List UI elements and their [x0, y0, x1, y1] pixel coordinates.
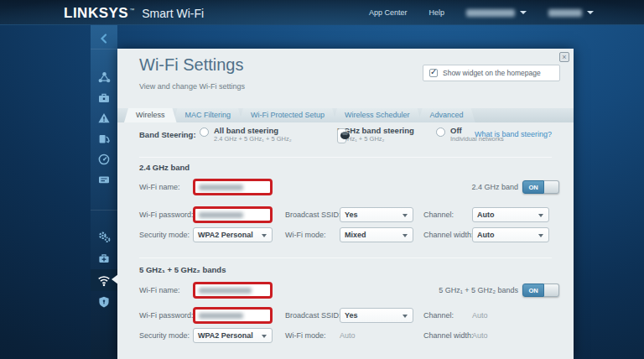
troubleshooting-toolbox-icon: [97, 252, 111, 265]
wifi-name-input-24[interactable]: [193, 179, 273, 195]
tab-advanced[interactable]: Advanced: [418, 108, 475, 122]
close-icon[interactable]: ×: [559, 52, 569, 62]
security-mode-label: Security mode:: [139, 226, 190, 243]
wifi-name-row-5: Wi-Fi name: 5 GHz₁ + 5 GHz₂ bands ON: [117, 282, 574, 299]
channel-width-value-5: Auto: [472, 327, 488, 344]
wifi-password-input-5[interactable]: [193, 307, 273, 324]
sidebar-item-media-prioritization[interactable]: [91, 129, 117, 149]
security-mode-select-24[interactable]: WPA2 Personal: [193, 227, 273, 242]
help-link[interactable]: Help: [428, 8, 444, 17]
sidebar-item-connectivity[interactable]: [91, 226, 117, 247]
radio-all-band-steering[interactable]: All band steering 2.4 GHz + 5 GHz₁ + 5 G…: [200, 126, 292, 143]
channel-select-24[interactable]: Auto: [472, 207, 549, 222]
devices-icon: [97, 91, 111, 105]
router-name-dropdown[interactable]: [466, 9, 527, 17]
channel-width-label: Channel width:: [423, 327, 474, 344]
toggle-knob[interactable]: [544, 180, 559, 194]
section-divider: [139, 258, 552, 258]
sidebar-divider: [91, 210, 117, 211]
redacted-value: [199, 313, 243, 319]
section-title-24ghz: 2.4 GHz band: [139, 163, 190, 172]
redacted-value: [199, 185, 243, 190]
sidebar-item-external-storage[interactable]: [91, 169, 117, 190]
check-icon: ✓: [430, 67, 437, 76]
brand-name: LINKSYS: [64, 5, 128, 22]
sidebar-item-troubleshooting[interactable]: [91, 248, 117, 268]
chevron-left-icon: [99, 34, 109, 44]
sidebar-item-parental-controls[interactable]: [91, 108, 117, 128]
wifi-name-label: Wi-Fi name:: [139, 282, 180, 299]
parental-controls-icon: [97, 112, 111, 125]
security-shield-icon: [97, 295, 111, 309]
radio-5ghz-band-steering[interactable]: 5 GHz band steering 5 GHz₁ + 5 GHz₂: [337, 126, 414, 143]
wifi-mode-select-24[interactable]: Mixed: [340, 227, 413, 242]
toggle-knob[interactable]: [544, 284, 559, 297]
checkbox-icon[interactable]: ✓: [429, 69, 438, 77]
external-storage-icon: [97, 173, 111, 186]
toggle-on-state: ON: [522, 180, 544, 194]
radio-label: All band steering: [214, 126, 292, 135]
wireless-wifi-icon: [96, 273, 112, 288]
redacted-account-name: [548, 9, 582, 17]
broadcast-ssid-select-5[interactable]: Yes: [340, 308, 413, 323]
broadcast-ssid-label: Broadcast SSID:: [285, 206, 341, 223]
wifi-name-label: Wi-Fi name:: [139, 179, 180, 195]
wifi-settings-panel: × Wi-Fi Settings View and change Wi-Fi s…: [117, 49, 574, 359]
sidebar-item-network-map[interactable]: [91, 67, 117, 87]
page-subtitle: View and change Wi-Fi settings: [139, 82, 245, 91]
wifi-mode-label: Wi-Fi mode:: [285, 226, 326, 243]
network-map-icon: [97, 70, 112, 85]
wifi-password-label: Wi-Fi password:: [139, 206, 194, 223]
sidebar-divider: [91, 49, 117, 49]
tab-bar: Wireless MAC Filtering Wi-Fi Protected S…: [117, 108, 574, 122]
security-row-24: Security mode: WPA2 Personal Wi-Fi mode:…: [117, 226, 574, 243]
linksys-logo: LINKSYS ™ Smart Wi-Fi: [64, 5, 204, 22]
sidebar-item-security[interactable]: [91, 292, 117, 312]
radio-sublabel: 2.4 GHz + 5 GHz₁ + 5 GHz₂: [214, 135, 292, 143]
broadcast-ssid-label: Broadcast SSID:: [285, 307, 341, 324]
security-row-5: Security mode: WPA2 Personal Wi-Fi mode:…: [117, 327, 574, 344]
trademark-mark: ™: [129, 8, 134, 13]
show-widget-checkbox[interactable]: ✓ Show widget on the homepage: [423, 65, 560, 81]
band-toggle-5[interactable]: ON: [522, 284, 559, 297]
radio-icon[interactable]: [200, 127, 209, 137]
tab-wireless[interactable]: Wireless: [124, 108, 177, 122]
section-title-5ghz: 5 GHz₁ + 5 GHz₂ bands: [139, 265, 226, 274]
security-mode-select-5[interactable]: WPA2 Personal: [193, 328, 273, 343]
wifi-mode-label: Wi-Fi mode:: [285, 327, 326, 344]
security-mode-label: Security mode:: [139, 327, 190, 344]
band-steering-help-link[interactable]: What is band steering?: [475, 130, 552, 138]
header-menu: App Center Help: [369, 0, 594, 25]
wifi-name-row-24: Wi-Fi name: 2.4 GHz band ON: [117, 179, 574, 195]
tab-wireless-scheduler[interactable]: Wireless Scheduler: [333, 108, 422, 122]
wifi-name-input-5[interactable]: [193, 282, 273, 299]
caret-down-icon: [520, 11, 527, 14]
connectivity-gears-icon: [97, 230, 112, 244]
radio-icon[interactable]: [436, 127, 445, 137]
channel-label: Channel:: [423, 206, 454, 223]
broadcast-ssid-select-24[interactable]: Yes: [340, 207, 413, 222]
wifi-password-input-24[interactable]: [193, 206, 273, 223]
active-item-pointer: [112, 274, 118, 284]
redacted-value: [199, 288, 252, 294]
account-dropdown[interactable]: [548, 9, 594, 17]
sidebar-item-guest-access[interactable]: [91, 88, 117, 108]
band-toggle-label-24: 2.4 GHz band: [471, 179, 518, 195]
tab-mac-filtering[interactable]: MAC Filtering: [174, 108, 243, 122]
band-toggle-24[interactable]: ON: [522, 180, 559, 194]
band-steering-label: Band Steering:: [139, 130, 196, 139]
sidebar-nav: [91, 25, 117, 359]
show-widget-label: Show widget on the homepage: [443, 69, 541, 77]
tab-wifi-protected-setup[interactable]: Wi-Fi Protected Setup: [239, 108, 336, 122]
channel-width-select-24[interactable]: Auto: [472, 227, 549, 242]
media-prioritization-icon: [97, 133, 111, 146]
radio-selected-icon[interactable]: [337, 128, 346, 143]
redacted-value: [199, 212, 243, 218]
channel-value-5: Auto: [472, 307, 488, 324]
app-center-link[interactable]: App Center: [369, 8, 408, 17]
band-toggle-label-5: 5 GHz₁ + 5 GHz₂ bands: [439, 282, 518, 299]
sidebar-item-speed-test[interactable]: [91, 149, 117, 169]
speed-test-icon: [97, 153, 111, 166]
sidebar-collapse-button[interactable]: [91, 29, 117, 49]
section-divider: [139, 157, 552, 158]
